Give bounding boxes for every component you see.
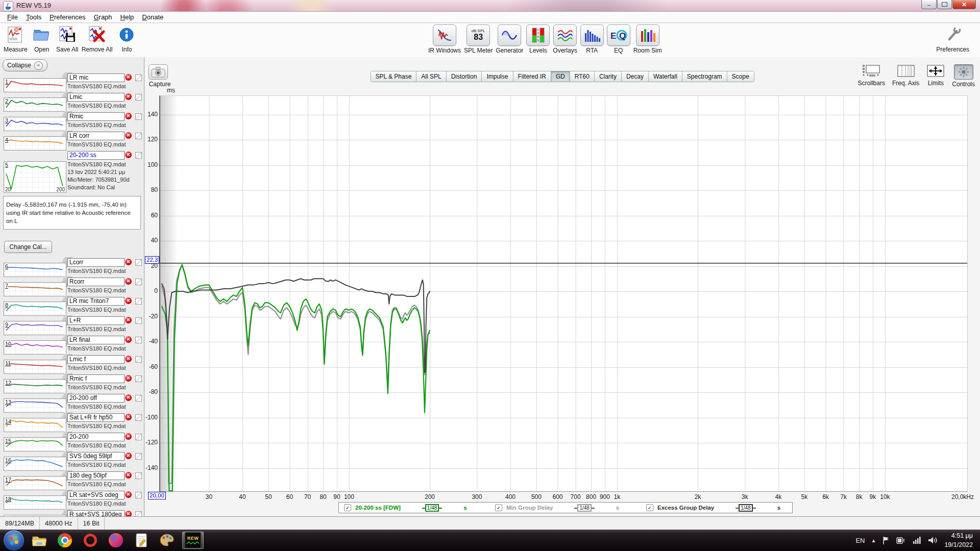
edit-measurement-icon[interactable] bbox=[135, 511, 142, 516]
close-measurement-button[interactable]: ✕ bbox=[125, 433, 132, 440]
measurement-thumbnail[interactable]: 10 bbox=[4, 340, 66, 355]
toolbar-button-generator[interactable]: Generator bbox=[496, 24, 523, 54]
measurement-thumbnail[interactable]: 18 bbox=[4, 495, 66, 510]
toolbar-button-spl-meter[interactable]: dB SPL83SPL Meter bbox=[464, 24, 493, 54]
measurement-thumbnail[interactable]: 11 bbox=[4, 360, 66, 374]
measurement-item[interactable]: 19R sat+SVS 180deg15 Ιαν 2022 6:49:28 μμ… bbox=[0, 509, 144, 516]
measurement-name-field[interactable]: LR mic bbox=[67, 73, 125, 82]
measurement-thumbnail[interactable]: 520200 bbox=[4, 161, 66, 193]
edit-measurement-icon[interactable] bbox=[135, 152, 142, 159]
measurement-name-field[interactable]: Lcorr bbox=[67, 258, 125, 267]
measurement-name-field[interactable]: 20-200 bbox=[67, 433, 125, 441]
measurement-name-field[interactable]: 20-200 off bbox=[67, 394, 125, 403]
toolbar-button-overlays[interactable]: Overlays bbox=[553, 24, 577, 54]
fdw-fraction-control[interactable]: 1/48 bbox=[425, 504, 439, 512]
minimize-button[interactable]: – bbox=[921, 0, 937, 9]
edit-measurement-icon[interactable] bbox=[135, 492, 142, 498]
measurement-thumbnail[interactable]: 14 bbox=[4, 418, 66, 432]
close-measurement-button[interactable]: ✕ bbox=[125, 317, 132, 323]
tab-filtered-ir[interactable]: Filtered IR bbox=[513, 71, 551, 82]
close-measurement-button[interactable]: ✕ bbox=[125, 152, 132, 158]
tab-scope[interactable]: Scope bbox=[727, 71, 754, 82]
close-measurement-button[interactable]: ✕ bbox=[125, 375, 132, 382]
windows-explorer-icon[interactable] bbox=[29, 532, 50, 548]
close-measurement-button[interactable]: ✕ bbox=[125, 414, 132, 420]
collapse-button[interactable]: Collapse « bbox=[3, 59, 47, 71]
measurement-thumbnail[interactable]: 8 bbox=[4, 302, 66, 316]
language-indicator[interactable]: EN bbox=[855, 537, 865, 544]
rew-icon[interactable]: REW bbox=[182, 532, 204, 549]
opera-icon[interactable] bbox=[80, 532, 101, 548]
toolbar-button-eq[interactable]: EQEQ bbox=[607, 24, 630, 54]
close-measurement-button[interactable]: ✕ bbox=[125, 453, 132, 459]
start-button[interactable] bbox=[3, 530, 24, 551]
toolbar-button-rta[interactable]: RTA bbox=[580, 24, 604, 54]
measurement-thumbnail[interactable]: 1 bbox=[4, 78, 66, 92]
edit-measurement-icon[interactable] bbox=[135, 356, 142, 363]
toolbar-button-open[interactable]: Open bbox=[31, 24, 53, 53]
edit-measurement-icon[interactable] bbox=[135, 298, 142, 305]
close-measurement-button[interactable]: ✕ bbox=[125, 74, 132, 81]
legend-checkbox[interactable]: ✓ bbox=[495, 504, 502, 511]
network-signal-icon[interactable] bbox=[913, 536, 922, 544]
measurement-name-field[interactable]: L+R bbox=[67, 316, 125, 325]
edit-measurement-icon[interactable] bbox=[135, 337, 142, 343]
measurement-name-field[interactable]: LR mic Triton7 bbox=[67, 297, 125, 306]
tab-decay[interactable]: Decay bbox=[622, 71, 649, 82]
change-cal-button[interactable]: Change Cal... bbox=[4, 241, 52, 253]
tab-distortion[interactable]: Distortion bbox=[447, 71, 482, 82]
toolbar-button-preferences[interactable]: Preferences bbox=[936, 24, 969, 53]
measurement-name-field[interactable]: Rcorr bbox=[67, 278, 125, 286]
graph-tool-limits[interactable]: Limits bbox=[926, 64, 945, 88]
toolbar-button-info[interactable]: Info bbox=[115, 24, 138, 53]
toolbar-button-room-sim[interactable]: Room Sim bbox=[633, 24, 662, 54]
measurement-name-field[interactable]: Rmic bbox=[67, 112, 125, 121]
chrome-icon[interactable] bbox=[55, 532, 75, 548]
toolbar-button-remove-all[interactable]: Remove All bbox=[82, 24, 113, 53]
measurement-item[interactable]: 11Lmic fTritonSVS180 EQ.mdat✕ bbox=[0, 354, 144, 373]
close-measurement-button[interactable]: ✕ bbox=[125, 278, 132, 285]
measurement-thumbnail[interactable]: 7 bbox=[4, 282, 66, 296]
tab-spl-phase[interactable]: SPL & Phase bbox=[371, 71, 416, 82]
measurement-thumbnail[interactable]: 15 bbox=[4, 437, 66, 452]
graph-tool-freq-axis[interactable]: Freq. Axis bbox=[892, 64, 919, 88]
close-button[interactable]: ✕ bbox=[952, 0, 976, 9]
fdw-fraction-control[interactable]: 1/48 bbox=[577, 504, 591, 512]
toolbar-button-levels[interactable]: 0369Levels bbox=[526, 24, 550, 54]
edit-measurement-icon[interactable] bbox=[135, 259, 142, 266]
edit-measurement-icon[interactable] bbox=[135, 472, 142, 479]
tab-spectrogram[interactable]: Spectrogram bbox=[682, 71, 727, 82]
measurement-item[interactable]: 6LcorrTritonSVS180 EQ.mdat✕ bbox=[0, 257, 144, 277]
measurement-item[interactable]: 2LmicTritonSVS180 EQ.mdat✕ bbox=[0, 92, 144, 111]
close-measurement-button[interactable]: ✕ bbox=[125, 472, 132, 479]
fdw-fraction-control[interactable]: 1/48 bbox=[739, 504, 752, 512]
menu-item-graph[interactable]: Graph bbox=[89, 12, 116, 22]
measurement-name-field[interactable]: R sat+SVS 180deg bbox=[67, 510, 125, 516]
menu-item-tools[interactable]: Tools bbox=[22, 12, 45, 22]
legend-checkbox[interactable]: ✓ bbox=[646, 504, 653, 511]
measurement-thumbnail[interactable]: 13 bbox=[4, 398, 66, 413]
measurement-thumbnail[interactable]: 16 bbox=[4, 457, 66, 471]
measurement-name-field[interactable]: Lmic bbox=[67, 93, 125, 102]
measurement-item[interactable]: 4LR corrTritonSVS180 EQ.mdat✕ bbox=[0, 131, 144, 150]
toolbar-button-ir-windows[interactable]: IR Windows bbox=[428, 24, 461, 54]
legend-checkbox[interactable]: ✓ bbox=[344, 504, 351, 511]
close-measurement-button[interactable]: ✕ bbox=[125, 491, 132, 498]
measurement-item[interactable]: 17180 deg 50lpfTritonSVS180 EQ.mdat✕ bbox=[0, 470, 144, 490]
tab-waterfall[interactable]: Waterfall bbox=[649, 71, 682, 82]
close-measurement-button[interactable]: ✕ bbox=[125, 259, 132, 265]
graph-tool-scrollbars[interactable]: Scrollbars bbox=[858, 64, 885, 88]
power-plug-icon[interactable] bbox=[896, 536, 906, 545]
measurement-thumbnail[interactable]: 6 bbox=[4, 263, 66, 277]
measurement-name-field[interactable]: Rmic f bbox=[67, 374, 125, 383]
measurement-item[interactable]: 16SVS 0deg 59lpfTritonSVS180 EQ.mdat✕ bbox=[0, 451, 144, 470]
edit-measurement-icon[interactable] bbox=[135, 375, 142, 382]
measurement-name-field[interactable]: Lmic f bbox=[67, 355, 125, 364]
group-delay-plot[interactable] bbox=[159, 95, 968, 492]
menu-item-donate[interactable]: Donate bbox=[138, 12, 167, 22]
menu-item-file[interactable]: File bbox=[3, 12, 22, 22]
measurement-item[interactable]: 1320-200 offTritonSVS180 EQ.mdat✕ bbox=[0, 393, 144, 412]
measurement-item[interactable]: 10LR finalTritonSVS180 EQ.mdat✕ bbox=[0, 335, 144, 354]
measurement-name-field[interactable]: SVS 0deg 59lpf bbox=[67, 452, 125, 461]
tab-all-spl[interactable]: All SPL bbox=[416, 71, 446, 82]
